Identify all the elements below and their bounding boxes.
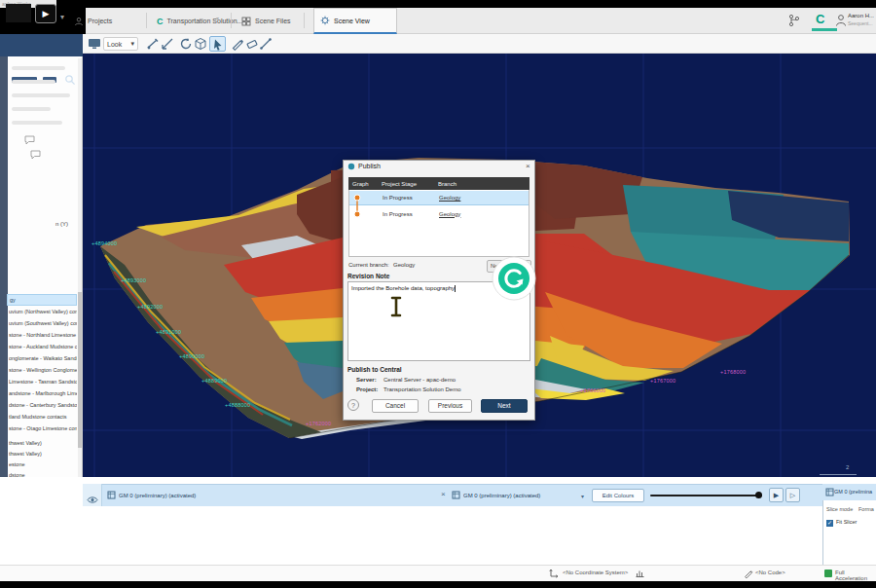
- people-icon: [74, 17, 84, 26]
- line-tool-icon[interactable]: [259, 37, 273, 51]
- current-branch-label: Current branch:: [348, 262, 389, 268]
- comment-bubble-icon[interactable]: [30, 150, 41, 160]
- opacity-slider-knob[interactable]: [755, 492, 762, 498]
- x-axis-label: +1768000: [720, 369, 746, 375]
- publish-dialog-icon: [347, 163, 355, 170]
- tab-transportation-solution[interactable]: C Transportation Solution...: [151, 8, 248, 34]
- tree-item[interactable]: onglomerate - Waikato Sandsto.: [9, 355, 77, 361]
- look-label: Look: [107, 41, 122, 48]
- fit-slicer-checkbox[interactable]: ✓: [826, 520, 833, 527]
- branch-graph-icon: [352, 192, 362, 221]
- tree-item-placeholder[interactable]: [12, 93, 70, 97]
- chevron-down-icon[interactable]: ▾: [60, 13, 64, 21]
- branch-cell[interactable]: Geology: [439, 211, 460, 217]
- tree-item[interactable]: uvium (Southwest Valley) conta.: [9, 320, 77, 326]
- y-axis-label: +4889000: [201, 378, 227, 384]
- x-axis-label: +1762000: [306, 421, 331, 426]
- tree-item-placeholder[interactable]: [12, 121, 62, 125]
- tree-item-placeholder[interactable]: [12, 66, 65, 70]
- central-c-icon: C: [157, 17, 164, 26]
- column-header-project-stage: Project Stage: [378, 181, 434, 187]
- draw-plane-icon[interactable]: [161, 37, 174, 51]
- play-button[interactable]: ▶: [35, 4, 56, 23]
- tab-projects[interactable]: Projects: [68, 8, 118, 34]
- user-avatar-icon[interactable]: [835, 14, 847, 27]
- chart-mini-icon[interactable]: [635, 568, 645, 578]
- tree-item[interactable]: andstone - Marlborough Limest.: [9, 390, 77, 396]
- tab-separator: [146, 13, 147, 28]
- close-icon[interactable]: ×: [441, 490, 446, 498]
- code-status[interactable]: <No Code>: [755, 570, 785, 575]
- sidebar-scrollbar-thumb[interactable]: [78, 292, 82, 448]
- tree-item[interactable]: stone - Auckland Mudstone co.: [9, 344, 77, 349]
- edit-colours-button[interactable]: Edit Colours: [592, 489, 644, 502]
- server-label: Server:: [356, 377, 377, 383]
- close-icon[interactable]: ×: [526, 162, 530, 170]
- column-header-branch: Branch: [434, 181, 456, 187]
- comment-bubble-icon[interactable]: [24, 135, 35, 145]
- branch-cell[interactable]: Geology: [439, 195, 460, 201]
- tree-item[interactable]: stone - Otago Limestone conta.: [9, 425, 77, 431]
- tree-item[interactable]: thwest Valley): [9, 440, 77, 446]
- next-button[interactable]: Next: [481, 399, 528, 413]
- look-dropdown[interactable]: Look▾: [103, 37, 138, 51]
- chevron-down-icon[interactable]: ▾: [216, 15, 219, 21]
- tree-item[interactable]: stone - Northland Limestone c.: [9, 332, 77, 338]
- y-axis-label: +4890000: [179, 353, 204, 359]
- branch-table-row[interactable]: In Progress Geology: [349, 191, 529, 205]
- branch-table-header: Graph Project Stage Branch: [348, 177, 529, 190]
- pencil-icon: [744, 569, 753, 578]
- tab-label: Projects: [88, 18, 112, 24]
- tree-item[interactable]: dstone - Canterbury Sandstone.: [9, 402, 77, 408]
- tree-item[interactable]: thwest Valley): [9, 451, 77, 457]
- tree-item[interactable]: uvium (Northwest Valley) cont.: [9, 309, 77, 314]
- app-tab-bar: [0, 8, 876, 34]
- acceleration-status[interactable]: Full Acceleration: [835, 570, 876, 581]
- monitor-icon[interactable]: [88, 37, 101, 51]
- pencil-icon[interactable]: [231, 37, 244, 51]
- fit-slicer-label: Fit Slicer: [836, 519, 857, 525]
- tree-item[interactable]: tland Mudstone contacts: [9, 414, 77, 420]
- eraser-icon[interactable]: [245, 37, 259, 51]
- coordinate-system-status[interactable]: <No Coordinate System>: [563, 570, 628, 575]
- project-stage-cell: In Progress: [383, 195, 439, 201]
- tab-format[interactable]: Forma: [858, 506, 874, 512]
- play-button[interactable]: ▶: [769, 488, 784, 502]
- branch-table-row[interactable]: In Progress Geology: [349, 206, 529, 221]
- central-active-underline: [812, 28, 837, 31]
- cursor-tool-icon[interactable]: [211, 38, 225, 52]
- play-outline-button[interactable]: ▷: [785, 488, 800, 502]
- shape-chip[interactable]: GM 0 (preliminary) (activated): [119, 493, 294, 498]
- previous-button[interactable]: Previous: [428, 399, 472, 413]
- shape-chip[interactable]: GM 0 (preliminary) (activated): [463, 493, 578, 498]
- coordinate-system-icon: [549, 568, 560, 578]
- grammarly-badge[interactable]: [491, 255, 537, 302]
- column-header-graph: Graph: [348, 181, 378, 187]
- tree-item-placeholder[interactable]: [12, 107, 51, 111]
- tab-scene-view[interactable]: Scene View: [313, 8, 397, 34]
- help-button[interactable]: ?: [347, 399, 359, 411]
- refresh-icon[interactable]: [179, 37, 193, 51]
- chevron-down-icon[interactable]: ▾: [581, 493, 584, 499]
- visibility-cell[interactable]: [83, 484, 102, 506]
- tree-item-placeholder[interactable]: [12, 80, 55, 84]
- scale-bar: [820, 474, 857, 475]
- tab-slice-mode[interactable]: Slice mode: [826, 506, 853, 512]
- tree-item-selected[interactable]: gy: [7, 294, 77, 306]
- tab-label: Scene Files: [255, 18, 291, 24]
- tree-item[interactable]: Limestone - Tasman Sandston.: [9, 379, 77, 385]
- search-icon[interactable]: [64, 74, 76, 86]
- tree-item-axis-fragment[interactable]: n (Y): [55, 221, 68, 227]
- tree-item[interactable]: estone: [9, 461, 77, 467]
- server-value: Central Server - apac-demo: [383, 377, 456, 383]
- cube-icon[interactable]: [194, 37, 207, 51]
- draw-slicer-icon[interactable]: [146, 37, 160, 51]
- git-branch-icon[interactable]: [788, 14, 800, 27]
- cancel-button[interactable]: Cancel: [372, 399, 419, 413]
- tab-scene-files[interactable]: Scene Files: [236, 8, 297, 34]
- tree-item[interactable]: stone - Wellington Conglomera.: [9, 367, 77, 373]
- opacity-slider[interactable]: [650, 495, 762, 496]
- y-axis-label: +4891000: [156, 329, 181, 335]
- central-logo[interactable]: C: [816, 12, 824, 26]
- video-player-thumb: [6, 4, 31, 22]
